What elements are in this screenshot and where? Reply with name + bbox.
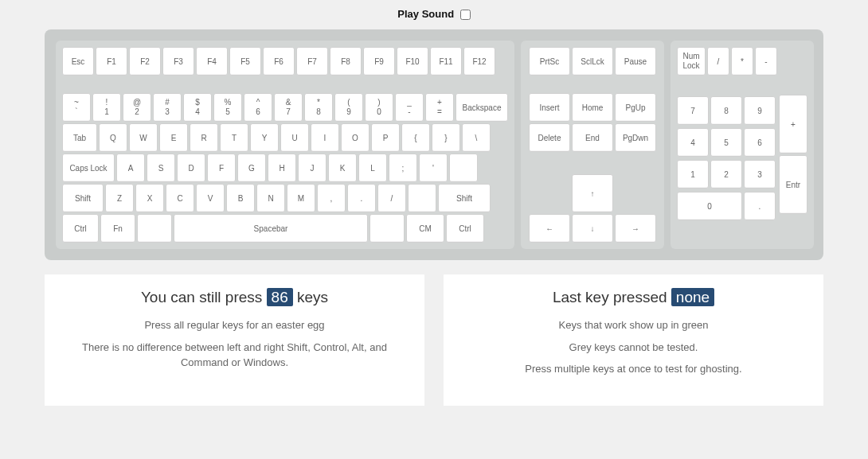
key-f6[interactable]: F6	[263, 47, 295, 76]
key-,[interactable]: ,	[317, 184, 346, 212]
key-8[interactable]: *8	[304, 93, 333, 122]
key-numpad-6[interactable]: 6	[744, 128, 776, 157]
key-p[interactable]: P	[371, 123, 400, 152]
key-arrow-left[interactable]: ←	[529, 214, 570, 243]
key-u[interactable]: U	[280, 123, 309, 152]
key-z[interactable]: Z	[105, 184, 134, 212]
key-numlock[interactable]: NumLock	[677, 47, 706, 76]
key-o[interactable]: O	[341, 123, 369, 152]
key-numpad-plus[interactable]: +	[779, 95, 807, 154]
key-b[interactable]: B	[226, 184, 255, 212]
key-delete[interactable]: Delete	[529, 123, 570, 152]
key-numpad-0[interactable]: 0	[677, 192, 742, 220]
key-m[interactable]: M	[287, 184, 315, 212]
key-e[interactable]: E	[159, 123, 188, 152]
key-0[interactable]: )0	[365, 93, 393, 122]
key-numpad-9[interactable]: 9	[744, 96, 776, 125]
key-v[interactable]: V	[196, 184, 225, 212]
key-context-menu[interactable]: CM	[406, 214, 444, 243]
key-=[interactable]: +=	[425, 93, 454, 122]
key-f10[interactable]: F10	[397, 47, 428, 76]
key-numpad-5[interactable]: 5	[710, 128, 742, 157]
key-9[interactable]: (9	[334, 93, 363, 122]
key-c[interactable]: C	[166, 184, 194, 212]
key-insert[interactable]: Insert	[529, 93, 570, 122]
key-}[interactable]: }	[432, 123, 460, 152]
key-j[interactable]: J	[298, 154, 326, 182]
key-arrow-right[interactable]: →	[615, 214, 656, 243]
key-ctrl-right[interactable]: Ctrl	[446, 214, 484, 243]
key-scllck[interactable]: SclLck	[572, 47, 613, 76]
key-f7[interactable]: F7	[296, 47, 328, 76]
key-numpad-multiply[interactable]: *	[731, 47, 753, 76]
key-alt[interactable]	[369, 214, 405, 243]
key-f3[interactable]: F3	[162, 47, 194, 76]
key-6[interactable]: ^6	[244, 93, 272, 122]
key-5[interactable]: %5	[213, 93, 242, 122]
key-s[interactable]: S	[147, 154, 175, 182]
key-3[interactable]: #3	[153, 93, 182, 122]
key-x[interactable]: X	[135, 184, 164, 212]
key-tab[interactable]: Tab	[62, 123, 97, 152]
key-numpad-3[interactable]: 3	[744, 160, 776, 189]
key-'[interactable]: '	[419, 154, 448, 182]
key-blank[interactable]	[408, 184, 436, 212]
key-4[interactable]: $4	[183, 93, 212, 122]
key-f5[interactable]: F5	[229, 47, 261, 76]
key-fn[interactable]: Fn	[100, 214, 135, 243]
key-f4[interactable]: F4	[196, 47, 228, 76]
key-numpad-2[interactable]: 2	[710, 160, 742, 189]
key-esc[interactable]: Esc	[62, 47, 94, 76]
key-numpad-8[interactable]: 8	[710, 96, 742, 125]
play-sound-checkbox[interactable]	[460, 10, 471, 20]
key-win[interactable]	[137, 214, 172, 243]
key-i[interactable]: I	[311, 123, 339, 152]
key-a[interactable]: A	[116, 154, 145, 182]
key-pause[interactable]: Pause	[615, 47, 656, 76]
key-ctrl-left[interactable]: Ctrl	[62, 214, 99, 243]
key-numpad-divide[interactable]: /	[707, 47, 729, 76]
key-q[interactable]: Q	[99, 123, 127, 152]
key-home[interactable]: Home	[572, 93, 613, 122]
key-w[interactable]: W	[129, 123, 158, 152]
key-capslock[interactable]: Caps Lock	[62, 154, 115, 182]
key-f2[interactable]: F2	[129, 47, 161, 76]
key-backspace[interactable]: Backspace	[456, 93, 508, 122]
key-r[interactable]: R	[190, 123, 218, 152]
key-{[interactable]: {	[401, 123, 430, 152]
key-y[interactable]: Y	[250, 123, 279, 152]
key-g[interactable]: G	[237, 154, 266, 182]
key-numpad-4[interactable]: 4	[677, 128, 709, 157]
key-pgdwn[interactable]: PgDwn	[615, 123, 656, 152]
key-f12[interactable]: F12	[463, 47, 495, 76]
key-shift-right[interactable]: Shift	[438, 184, 491, 212]
key-/[interactable]: /	[377, 184, 406, 212]
key-2[interactable]: @2	[123, 93, 151, 122]
key-f9[interactable]: F9	[363, 47, 395, 76]
key-1[interactable]: !1	[92, 93, 121, 122]
key-end[interactable]: End	[572, 123, 613, 152]
key-d[interactable]: D	[177, 154, 205, 182]
key-f1[interactable]: F1	[96, 47, 127, 76]
key-numpad-minus[interactable]: -	[755, 47, 777, 76]
key-7[interactable]: &7	[274, 93, 303, 122]
key-f8[interactable]: F8	[330, 47, 362, 76]
key-arrow-down[interactable]: ↓	[572, 214, 613, 243]
key-n[interactable]: N	[256, 184, 285, 212]
key-pgup[interactable]: PgUp	[615, 93, 656, 122]
key-.[interactable]: .	[347, 184, 376, 212]
key-`[interactable]: ~`	[62, 93, 91, 122]
key-numpad-enter[interactable]: Entr	[779, 155, 807, 214]
key-t[interactable]: T	[220, 123, 248, 152]
key-h[interactable]: H	[268, 154, 296, 182]
key-enter[interactable]	[449, 154, 478, 182]
key-prtsc[interactable]: PrtSc	[529, 47, 570, 76]
key-numpad-decimal[interactable]: .	[744, 192, 776, 220]
key-f[interactable]: F	[207, 154, 236, 182]
key-numpad-1[interactable]: 1	[677, 160, 709, 189]
key-l[interactable]: L	[358, 154, 387, 182]
key-;[interactable]: ;	[389, 154, 417, 182]
key-\[interactable]: \	[462, 123, 491, 152]
key-f11[interactable]: F11	[430, 47, 462, 76]
key-spacebar[interactable]: Spacebar	[174, 214, 368, 243]
